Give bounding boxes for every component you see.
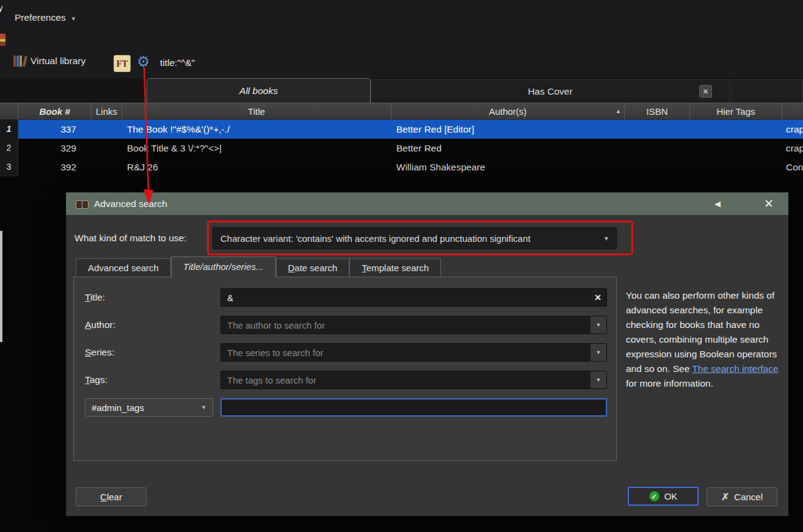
cancel-button[interactable]: ✗ Cancel <box>707 487 777 506</box>
tags-label: Tags: <box>85 371 107 389</box>
tab-date-mnemonic: D <box>288 263 295 273</box>
help-text-before: You can also perform other kinds of adva… <box>626 290 777 374</box>
full-text-search-button[interactable]: FT <box>114 55 131 72</box>
combo-arrow-icon: ▼ <box>596 377 601 383</box>
cell-clipped: Con <box>782 158 803 177</box>
close-tab-button[interactable]: ✕ <box>699 85 712 98</box>
books-icon <box>13 56 25 67</box>
table-row[interactable]: 3 392 R&J 26 William Shakespeare Con <box>0 158 803 177</box>
title-label: Title: <box>85 288 105 307</box>
title-field-wrap: ✕ <box>220 288 607 307</box>
cell-authors: Better Red [Editor] <box>391 120 625 139</box>
series-input[interactable] <box>220 343 607 362</box>
title-input[interactable] <box>220 288 607 307</box>
tab-all-books[interactable]: All books <box>147 78 371 103</box>
tab-template-search[interactable]: Template search <box>349 258 441 277</box>
tab-has-cover[interactable]: Has Cover ✕ <box>371 79 730 103</box>
cell-book-num: 337 <box>18 120 92 139</box>
tab-date-search[interactable]: Date search <box>276 258 350 277</box>
tab-all-books-label: All books <box>239 86 278 97</box>
series-field-wrap: ▼ <box>220 343 607 362</box>
tab-stub <box>731 79 803 103</box>
header-title[interactable]: Title <box>122 103 391 120</box>
dialog-close-button[interactable]: ✕ <box>764 197 774 211</box>
library-tab-bar: All books Has Cover ✕ <box>0 78 803 103</box>
row-number: 1 <box>0 120 18 139</box>
dialog-body: What kind of match to use: Character var… <box>66 215 788 516</box>
cell-authors: William Shakespeare <box>391 158 625 177</box>
combo-arrow-icon: ▼ <box>603 235 609 242</box>
cell-book-num: 329 <box>18 139 92 158</box>
title-author-series-panel: Title: ✕ Author: ▼ Series: <box>73 277 617 461</box>
header-hier-tags[interactable]: Hier Tags <box>690 103 782 120</box>
virtual-library-label: Virtual library <box>31 56 85 67</box>
cell-clipped: crap <box>782 120 803 139</box>
cell-title: Book Title & 3 \/:*?"<>| <box>122 139 391 158</box>
row-number: 3 <box>0 158 18 177</box>
match-kind-value: Character variant: 'contains' with accen… <box>220 233 531 244</box>
admin-tags-select[interactable]: #admin_tags ▼ <box>85 398 213 417</box>
clear-field-icon[interactable]: ✕ <box>594 288 601 307</box>
help-text: You can also perform other kinds of adva… <box>626 288 783 391</box>
author-label: Author: <box>85 316 115 334</box>
ft-label: FT <box>116 59 128 69</box>
close-icon: ✕ <box>702 87 708 96</box>
dialog-titlebar: Advanced search ◀ ✕ <box>66 192 788 215</box>
series-combo-arrow[interactable]: ▼ <box>590 344 606 361</box>
help-text-after: for more information. <box>626 378 713 388</box>
check-icon: ✓ <box>649 491 659 501</box>
author-field-wrap: ▼ <box>220 316 607 334</box>
tab-advanced-search[interactable]: Advanced search <box>76 258 171 277</box>
cancel-label: Cancel <box>734 492 763 502</box>
left-scrollbar-fragment[interactable] <box>0 231 2 342</box>
match-kind-label: What kind of match to use: <box>74 227 187 249</box>
preferences-button[interactable]: Preferences ▾ <box>15 12 75 23</box>
header-book-num[interactable]: Book # <box>18 103 92 120</box>
advanced-search-icon <box>76 200 89 208</box>
cell-title: R&J 26 <box>122 158 391 177</box>
combo-arrow-icon: ▼ <box>201 404 206 410</box>
search-interface-link[interactable]: The search interface <box>692 363 778 374</box>
tab-title-author-series-label: Title/author/series... <box>183 261 264 272</box>
dialog-title: Advanced search <box>94 199 167 210</box>
book-list-header: Book # Links Title Author(s) ▲ ISBN Hier… <box>0 103 803 120</box>
cell-authors: Better Red <box>391 139 625 158</box>
header-clipped-column <box>782 103 803 120</box>
clipped-edge-icon <box>0 34 5 46</box>
app-window: y Preferences ▾ Virtual library FT ⚙ tit… <box>0 0 803 532</box>
combo-arrow-icon: ▼ <box>596 349 601 355</box>
tab-has-cover-label: Has Cover <box>528 86 572 97</box>
header-row-number <box>0 103 18 120</box>
tags-field-wrap: ▼ <box>220 371 607 389</box>
row-number: 2 <box>0 139 18 158</box>
ok-button[interactable]: ✓ OK <box>628 487 699 506</box>
cell-title: The Book !"#$%&'()*+,-./ <box>122 120 391 139</box>
table-row[interactable]: 1 337 The Book !"#$%&'()*+,-./ Better Re… <box>0 120 803 139</box>
search-toolbar: Virtual library FT ⚙ title:"^&" <box>0 52 803 78</box>
author-input[interactable] <box>220 316 607 334</box>
series-label: Series: <box>85 343 114 362</box>
header-links[interactable]: Links <box>92 103 122 120</box>
header-authors[interactable]: Author(s) ▲ <box>391 103 625 120</box>
tags-input[interactable] <box>220 371 607 389</box>
clear-button[interactable]: Clear <box>76 487 147 506</box>
tab-title-author-series[interactable]: Title/author/series... <box>171 257 276 277</box>
top-chrome: y Preferences ▾ Virtual library FT ⚙ tit… <box>0 0 803 78</box>
match-kind-select[interactable]: Character variant: 'contains' with accen… <box>213 227 617 249</box>
collapse-left-icon[interactable]: ◀ <box>714 199 721 208</box>
header-isbn[interactable]: ISBN <box>625 103 690 120</box>
book-list: 1 337 The Book !"#$%&'()*+,-./ Better Re… <box>0 120 803 177</box>
virtual-library-button[interactable]: Virtual library <box>13 56 85 67</box>
clipped-edge-text: y <box>0 2 3 13</box>
cell-clipped: crap <box>782 139 803 158</box>
tags-combo-arrow[interactable]: ▼ <box>590 371 606 388</box>
admin-tags-input[interactable] <box>220 398 607 417</box>
table-row[interactable]: 2 329 Book Title & 3 \/:*?"<>| Better Re… <box>0 139 803 158</box>
header-authors-label: Author(s) <box>489 106 527 117</box>
advanced-search-dialog: Advanced search ◀ ✕ What kind of match t… <box>66 192 788 516</box>
gear-icon[interactable]: ⚙ <box>137 53 150 70</box>
chevron-down-icon: ▾ <box>72 15 76 23</box>
admin-tags-value: #admin_tags <box>92 403 144 413</box>
author-combo-arrow[interactable]: ▼ <box>590 316 606 333</box>
search-input[interactable]: title:"^&" <box>160 57 195 68</box>
